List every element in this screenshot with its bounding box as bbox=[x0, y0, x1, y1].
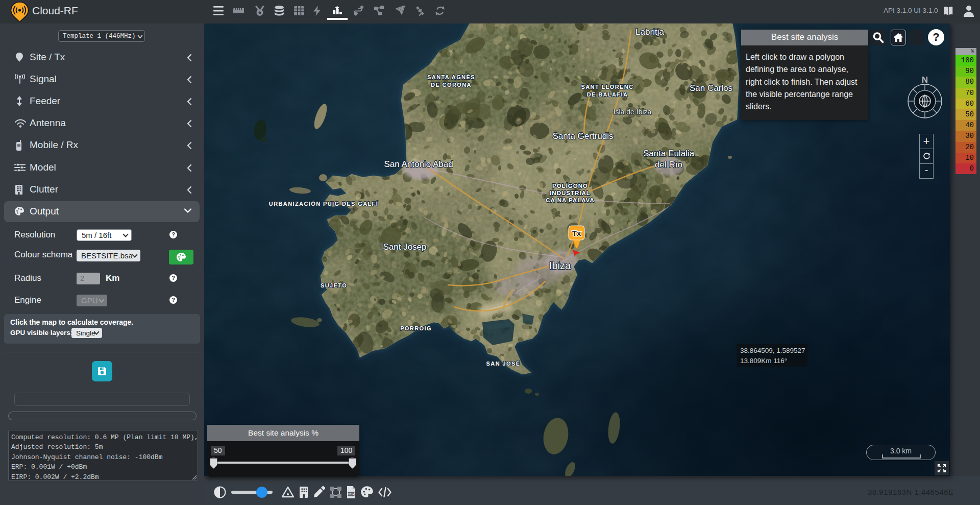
svg-text:Sant Josep: Sant Josep bbox=[383, 242, 426, 252]
svg-text:SAN JOSÉ: SAN JOSÉ bbox=[486, 360, 521, 367]
svg-text:CSV: CSV bbox=[348, 492, 355, 496]
svg-text:INDUSTRIAL: INDUSTRIAL bbox=[550, 190, 591, 196]
svg-text:CA NA PALAVA: CA NA PALAVA bbox=[546, 197, 594, 203]
svg-text:SANTA AGNÈS: SANTA AGNÈS bbox=[427, 74, 475, 80]
svg-text:Labritja: Labritja bbox=[635, 27, 664, 37]
svg-text:SUJETO: SUJETO bbox=[321, 282, 347, 288]
svg-text:Santa Gertrudis: Santa Gertrudis bbox=[552, 131, 613, 141]
svg-text:N: N bbox=[922, 75, 928, 85]
svg-text:Ibiza: Ibiza bbox=[549, 260, 571, 271]
svg-text:URBANIZACIÓN PUIG DES GALFÍ: URBANIZACIÓN PUIG DES GALFÍ bbox=[269, 201, 378, 207]
svg-text:DE BALAFIA: DE BALAFIA bbox=[587, 91, 628, 98]
svg-text:San Antonio Abad: San Antonio Abad bbox=[384, 159, 453, 169]
svg-text:PORROIG: PORROIG bbox=[400, 325, 432, 331]
svg-text:Isla de Ibiza: Isla de Ibiza bbox=[614, 108, 652, 116]
svg-text:Tx: Tx bbox=[572, 229, 581, 237]
svg-text:San Carlos: San Carlos bbox=[690, 83, 732, 93]
svg-text:del Río: del Río bbox=[655, 160, 682, 170]
svg-text:Santa Eulalia: Santa Eulalia bbox=[643, 149, 695, 158]
svg-text:SANT LLORENC: SANT LLORENC bbox=[581, 84, 634, 90]
svg-text:POLÍGONO: POLÍGONO bbox=[552, 183, 588, 189]
svg-text:DE CORONA: DE CORONA bbox=[431, 82, 472, 88]
